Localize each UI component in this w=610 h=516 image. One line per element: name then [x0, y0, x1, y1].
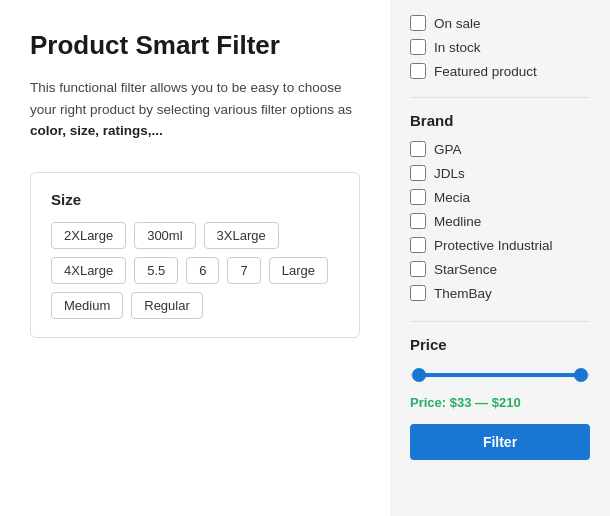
- checkbox-label: In stock: [434, 40, 481, 55]
- brand-heading: Brand: [410, 112, 590, 129]
- size-chip[interactable]: 6: [186, 257, 219, 284]
- price-heading: Price: [410, 336, 590, 353]
- brand-item[interactable]: StarSence: [410, 261, 590, 277]
- price-slider[interactable]: [410, 365, 590, 385]
- brand-label: Protective Industrial: [434, 238, 553, 253]
- size-heading: Size: [51, 191, 339, 208]
- size-chip[interactable]: 4XLarge: [51, 257, 126, 284]
- checkbox-section: On saleIn stockFeatured product: [410, 15, 590, 79]
- size-chip[interactable]: 5.5: [134, 257, 178, 284]
- size-box: Size 2XLarge300ml3XLarge4XLarge5.567Larg…: [30, 172, 360, 338]
- size-chip[interactable]: 300ml: [134, 222, 195, 249]
- brand-checkbox[interactable]: [410, 261, 426, 277]
- price-dash: —: [475, 395, 492, 410]
- size-chip[interactable]: Medium: [51, 292, 123, 319]
- brand-items: GPAJDLsMeciaMedlineProtective Industrial…: [410, 141, 590, 301]
- price-section: Price Price: $33 — $210 Filter: [410, 336, 590, 460]
- slider-fill: [419, 373, 581, 377]
- brand-label: ThemBay: [434, 286, 492, 301]
- brand-label: JDLs: [434, 166, 465, 181]
- brand-label: GPA: [434, 142, 462, 157]
- brand-item[interactable]: JDLs: [410, 165, 590, 181]
- brand-checkbox[interactable]: [410, 237, 426, 253]
- brand-checkbox[interactable]: [410, 213, 426, 229]
- brand-checkbox[interactable]: [410, 285, 426, 301]
- price-label: Price:: [410, 395, 446, 410]
- checkbox-item[interactable]: On sale: [410, 15, 590, 31]
- size-chip[interactable]: Large: [269, 257, 328, 284]
- brand-item[interactable]: Medline: [410, 213, 590, 229]
- brand-checkbox[interactable]: [410, 165, 426, 181]
- price-min: $33: [450, 395, 472, 410]
- checkbox-item[interactable]: Featured product: [410, 63, 590, 79]
- slider-thumb-right[interactable]: [574, 368, 588, 382]
- brand-item[interactable]: ThemBay: [410, 285, 590, 301]
- description: This functional filter allows you to be …: [30, 77, 360, 142]
- checkbox-label: Featured product: [434, 64, 537, 79]
- brand-section: Brand GPAJDLsMeciaMedlineProtective Indu…: [410, 112, 590, 301]
- filter-button[interactable]: Filter: [410, 424, 590, 460]
- price-max: $210: [492, 395, 521, 410]
- size-chip[interactable]: 2XLarge: [51, 222, 126, 249]
- size-chip[interactable]: Regular: [131, 292, 203, 319]
- size-chip[interactable]: 7: [227, 257, 260, 284]
- brand-item[interactable]: Protective Industrial: [410, 237, 590, 253]
- slider-thumb-left[interactable]: [412, 368, 426, 382]
- brand-item[interactable]: GPA: [410, 141, 590, 157]
- price-range-label: Price: $33 — $210: [410, 395, 590, 410]
- checkbox[interactable]: [410, 39, 426, 55]
- checkbox-item[interactable]: In stock: [410, 39, 590, 55]
- description-plain: This functional filter allows you to be …: [30, 80, 352, 117]
- divider: [410, 97, 590, 98]
- brand-label: Medline: [434, 214, 481, 229]
- size-chip[interactable]: 3XLarge: [204, 222, 279, 249]
- brand-checkbox[interactable]: [410, 141, 426, 157]
- page-title: Product Smart Filter: [30, 30, 360, 61]
- size-grid: 2XLarge300ml3XLarge4XLarge5.567LargeMedi…: [51, 222, 339, 319]
- description-bold: color, size, ratings,...: [30, 123, 163, 138]
- checkbox[interactable]: [410, 15, 426, 31]
- left-panel: Product Smart Filter This functional fil…: [0, 0, 390, 516]
- right-panel: On saleIn stockFeatured product Brand GP…: [390, 0, 610, 516]
- checkbox[interactable]: [410, 63, 426, 79]
- brand-label: StarSence: [434, 262, 497, 277]
- price-divider: [410, 321, 590, 322]
- brand-item[interactable]: Mecia: [410, 189, 590, 205]
- checkbox-label: On sale: [434, 16, 481, 31]
- brand-label: Mecia: [434, 190, 470, 205]
- brand-checkbox[interactable]: [410, 189, 426, 205]
